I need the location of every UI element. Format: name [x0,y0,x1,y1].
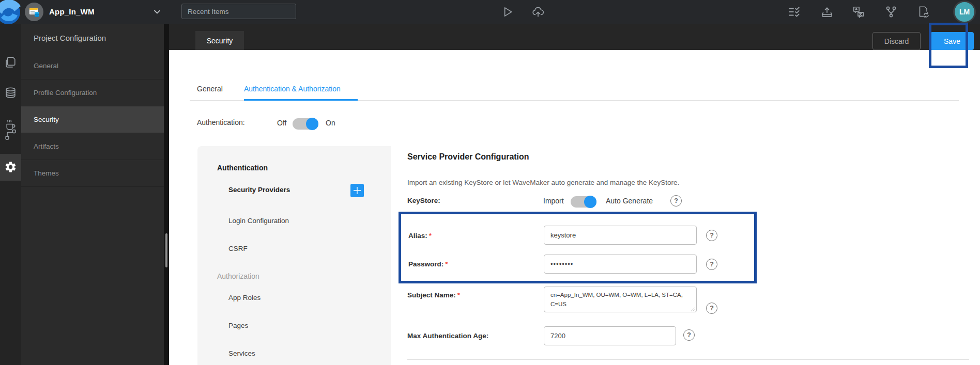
content-header-bar [169,24,980,50]
export-project-icon[interactable] [820,5,834,19]
pages-icon[interactable] [4,56,17,69]
required-asterisk: * [443,260,448,268]
authentication-label: Authentication: [197,118,245,126]
checklist-icon[interactable] [788,5,801,19]
authentication-on-label: On [326,119,335,127]
subnav-item-app-roles[interactable]: App Roles [228,294,261,301]
keystore-toggle[interactable] [571,196,596,208]
alias-label: Alias:* [408,232,432,240]
subnav-item-security-providers[interactable]: Security Providers [228,186,290,194]
subnav-item-services[interactable]: Services [228,350,255,357]
project-config-sidebar: Project Configuration General Profile Co… [21,24,164,365]
version-branch-icon[interactable] [884,5,898,19]
password-input[interactable] [544,255,697,274]
active-tab-indicator [244,99,358,101]
toggle-knob [584,196,596,208]
sidebar-item-profile-configuration[interactable]: Profile Configuration [21,80,164,106]
app-title: App_In_WM [49,7,95,16]
required-asterisk: * [427,232,432,240]
subject-name-input[interactable]: cn=App_In_WM, OU=WM, O=WM, L=LA, ST=CA, … [544,287,697,312]
recent-items-input[interactable] [181,4,296,19]
discard-button[interactable]: Discard [872,32,921,50]
textarea-resize-handle[interactable] [691,307,695,312]
sidebar-item-artifacts[interactable]: Artifacts [21,133,164,160]
add-provider-button[interactable] [350,184,364,197]
tab-general[interactable]: General [197,85,223,93]
max-authentication-age-label: Max Authentication Age: [407,332,488,340]
tab-authentication-authorization[interactable]: Authentication & Authorization [244,85,341,93]
apis-connector-icon[interactable] [4,128,17,141]
panel-divider [164,24,169,365]
top-bar: App_In_WM [0,0,980,24]
form-heading: Service Provider Configuration [407,152,529,162]
section-divider [407,359,969,360]
deploy-cloud-icon[interactable] [531,5,545,19]
subject-name-help-icon[interactable]: ? [706,303,717,314]
alias-input[interactable] [544,226,697,245]
subject-name-label: Subject Name:* [407,291,460,299]
translate-icon[interactable] [852,5,865,19]
required-asterisk: * [456,291,460,299]
keystore-help-icon[interactable]: ? [670,195,682,207]
sidebar-title: Project Configuration [34,24,164,53]
left-icon-rail [0,24,21,365]
keystore-import-label: Import [543,197,564,205]
password-help-icon[interactable]: ? [706,259,717,270]
subnav-item-login-configuration[interactable]: Login Configuration [228,217,289,225]
avatar-initials: LM [959,8,970,16]
chevron-down-icon[interactable] [152,7,162,17]
database-icon[interactable] [4,87,17,100]
app-window: App_In_WM [0,0,980,365]
sidebar-item-themes[interactable]: Themes [21,160,164,187]
page-tab-security[interactable]: Security [195,31,244,50]
subnav-section-authentication: Authentication [217,164,268,172]
subnav-section-authorization: Authorization [217,272,259,280]
settings-gear-icon[interactable] [4,161,17,173]
scrollbar-thumb[interactable] [165,233,167,267]
subnav-item-csrf[interactable]: CSRF [228,245,248,252]
file-sync-icon[interactable] [916,5,930,19]
sidebar-item-general[interactable]: General [21,53,164,80]
max-authentication-age-input[interactable] [544,326,676,345]
password-label-text: Password: [408,260,443,268]
subject-name-label-text: Subject Name: [407,291,456,299]
authentication-toggle[interactable] [293,118,318,130]
save-button[interactable]: Save [930,32,974,50]
user-avatar[interactable]: LM [953,1,976,23]
plus-icon [353,186,361,195]
password-label: Password:* [408,260,448,268]
max-age-help-icon[interactable]: ? [683,329,695,341]
run-preview-icon[interactable] [500,5,514,19]
project-avatar-icon[interactable] [24,2,44,22]
security-subnav-panel: Authentication Security Providers Login … [197,146,391,365]
subnav-item-pages[interactable]: Pages [228,322,248,329]
alias-help-icon[interactable]: ? [706,230,717,241]
wavemaker-logo-icon[interactable] [0,0,22,24]
sidebar-item-security[interactable]: Security [21,106,164,133]
page-tab-label: Security [207,37,233,45]
authentication-off-label: Off [277,119,286,127]
form-description: Import an existing KeyStore or let WaveM… [407,179,679,186]
alias-label-text: Alias: [408,232,427,240]
toggle-knob [306,118,318,130]
keystore-label: KeyStore: [407,197,440,204]
keystore-auto-generate-label: Auto Generate [606,197,653,205]
